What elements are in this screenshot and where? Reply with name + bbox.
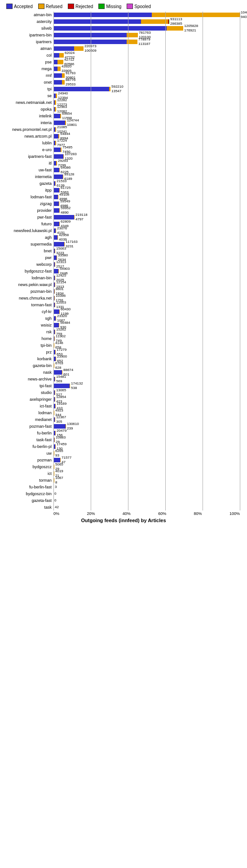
- bar-area: 17279653: [53, 349, 245, 355]
- bar-segment-accepted: [53, 458, 60, 462]
- row-label: atman: [2, 46, 53, 51]
- row-label: ipartners-bin: [2, 33, 53, 37]
- bar-area: 4923344: [53, 410, 245, 416]
- bar-segment-accepted: [53, 33, 127, 37]
- bar-wrapper: [53, 465, 54, 469]
- bar-area: 20479156: [53, 430, 245, 436]
- bar-area: 12474410801: [53, 120, 245, 125]
- bar-area: 754957450: [53, 147, 245, 152]
- bar-segment-refused: [55, 417, 55, 422]
- row-label: intelink: [2, 114, 53, 118]
- bar-wrapper: [53, 384, 70, 388]
- row-label: mega: [2, 67, 53, 71]
- bar-segment-refused: [63, 174, 63, 179]
- row-label: axelspringer: [2, 397, 53, 402]
- row-label: provider: [2, 208, 53, 213]
- legend-item-accepted: Accepted: [6, 4, 33, 9]
- table-row: news-archive15481569: [2, 376, 245, 382]
- table-row: pse4271260586: [2, 59, 245, 65]
- bar-segment-refused: [55, 107, 56, 112]
- bar-area: 991286189: [53, 174, 245, 179]
- bar-segment-refused: [109, 87, 110, 91]
- bar-segment-accepted: [53, 215, 74, 219]
- table-row: opoka1296312082: [2, 106, 245, 112]
- bar-wrapper: [53, 350, 56, 354]
- axis-tick: 0%: [53, 511, 59, 516]
- bar-segment-refused: [59, 208, 60, 213]
- table-row: atman220973100509: [2, 45, 245, 52]
- bar-wrapper: [53, 100, 56, 105]
- table-row: wsisiz56484930: [2, 322, 245, 328]
- bar-value-label: 59221013547: [111, 85, 124, 94]
- bar-wrapper: [53, 201, 59, 206]
- axis-tick: 20%: [87, 511, 95, 516]
- bar-area: 429584039: [53, 235, 245, 240]
- bar-wrapper: [53, 208, 60, 213]
- table-row: task-fast1088329: [2, 437, 245, 443]
- table-row: rmf9179330801: [2, 72, 245, 79]
- row-label: opoka: [2, 107, 53, 112]
- bar-segment-refused: [56, 161, 57, 166]
- row-label: ict-fast: [2, 404, 53, 408]
- bar-wrapper: [53, 235, 58, 240]
- bar-wrapper: [53, 181, 56, 186]
- bar-wrapper: [53, 255, 57, 260]
- row-label: bydgoszcz-fast: [2, 269, 53, 273]
- table-row: astercity931113286385: [2, 18, 245, 25]
- table-row: onet8877629533: [2, 79, 245, 85]
- bar-segment-accepted: [53, 255, 57, 260]
- table-row: home11902749: [2, 336, 245, 342]
- bar-wrapper: [53, 411, 54, 415]
- bar-segment-refused: [55, 303, 55, 307]
- legend-item-spooled: Spooled: [127, 4, 151, 9]
- bar-segment-refused: [56, 94, 57, 98]
- table-row: newsfeed.lukawski.pl230764151: [2, 228, 245, 234]
- bar-segment-accepted: [53, 269, 58, 273]
- row-label: news-archive: [2, 377, 53, 381]
- bar-area: 1171633231: [53, 242, 245, 247]
- bar-segment-refused: [65, 121, 66, 125]
- bar-area: 7157747: [53, 457, 245, 463]
- bar-segment-refused: [60, 114, 61, 118]
- table-row: news.promontel.net.pl2108510241: [2, 126, 245, 133]
- bar-wrapper: [53, 316, 56, 321]
- table-row: tpi59221013547: [2, 86, 245, 92]
- table-row: se2494012394: [2, 93, 245, 99]
- bar-wrapper: [53, 363, 54, 368]
- bar-area: 628094349: [53, 221, 245, 227]
- table-row: silveb1205828176921: [2, 25, 245, 31]
- row-label: gazeta: [2, 181, 53, 186]
- bar-segment-refused: [55, 262, 55, 267]
- bar-area: 11902749: [53, 336, 245, 341]
- table-row: news.chmurka.net103961791: [2, 295, 245, 301]
- bar-segment-refused: [59, 309, 60, 314]
- row-label: lodman-bin: [2, 276, 53, 280]
- bar-wrapper: [53, 26, 183, 31]
- table-row: gazeta215336139: [2, 180, 245, 187]
- bar-segment-accepted: [53, 384, 70, 388]
- row-label: interia: [2, 121, 53, 125]
- bar-wrapper: [53, 296, 55, 300]
- bar-segment-refused: [54, 289, 55, 294]
- bar-segment-refused: [62, 73, 65, 78]
- bar-segment-refused: [56, 357, 56, 361]
- bar-area: 491084996: [53, 194, 245, 200]
- table-row: webcorp123132517: [2, 261, 245, 268]
- bar-segment-refused: [62, 80, 65, 85]
- bar-segment-accepted: [53, 19, 141, 24]
- axis-tick: 40%: [123, 511, 131, 516]
- bar-wrapper: [53, 249, 55, 253]
- bar-area: 4392033905: [53, 66, 245, 72]
- table-row: axelspringer12854423: [2, 396, 245, 403]
- bar-wrapper: [53, 154, 64, 159]
- row-label: webcorp: [2, 262, 53, 267]
- bar-area: 401921: [53, 471, 245, 476]
- bar-segment-refused: [64, 242, 65, 246]
- bar-segment-refused: [56, 316, 56, 321]
- row-label: home: [2, 336, 53, 341]
- bar-wrapper: [53, 309, 60, 314]
- bar-area: 130610239: [53, 424, 245, 429]
- table-row: col6202447732: [2, 52, 245, 58]
- legend: AcceptedRefusedRejectedMissingSpooled: [2, 4, 245, 9]
- row-label: lodman: [2, 411, 53, 415]
